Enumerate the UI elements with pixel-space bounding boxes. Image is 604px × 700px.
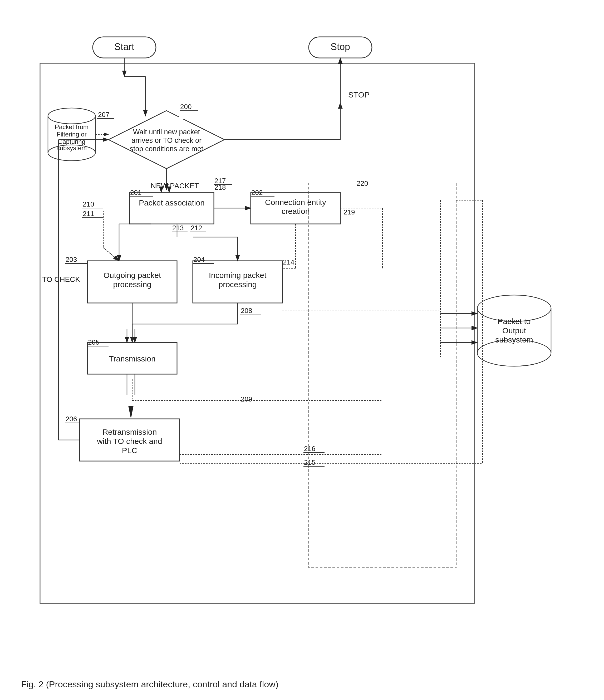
packet-to-line3: subsystem <box>495 335 533 344</box>
label-212: 212 <box>191 224 202 232</box>
label-209: 209 <box>241 395 252 403</box>
packet-assoc-line1: Packet association <box>139 198 204 207</box>
flowchart-svg: Start Stop STOP Wait until new packet ar… <box>19 16 585 648</box>
packet-from-line1: Packet from <box>54 123 88 130</box>
label-211: 211 <box>83 210 94 218</box>
packet-from-line3: Capturing <box>58 138 85 145</box>
retrans-line2: with TO check and <box>97 437 162 446</box>
incoming-line2: processing <box>218 280 256 289</box>
retrans-line1: Retransmission <box>102 428 157 436</box>
packet-from-line4: subsystem <box>56 144 87 151</box>
label-202: 202 <box>251 189 262 197</box>
label-204: 204 <box>193 255 205 264</box>
label-200: 200 <box>180 103 192 111</box>
start-label: Start <box>114 41 134 52</box>
incoming-line1: Incoming packet <box>209 271 266 279</box>
label-210: 210 <box>83 200 94 208</box>
connection-entity-line1: Connection entity <box>265 198 326 206</box>
outgoing-line1: Outgoing packet <box>103 271 161 279</box>
packet-to-line1: Packet to <box>498 317 530 326</box>
label-208: 208 <box>241 307 252 315</box>
label-201: 201 <box>130 189 142 197</box>
svg-line-48 <box>103 248 119 261</box>
page: Start Stop STOP Wait until new packet ar… <box>0 0 604 700</box>
stop-text: STOP <box>348 90 370 99</box>
to-check-label: TO CHECK <box>42 275 80 283</box>
label-220: 220 <box>357 179 368 187</box>
label-213: 213 <box>172 224 183 232</box>
label-216: 216 <box>304 445 315 453</box>
packet-to-line2: Output <box>502 326 526 335</box>
wait-line1: Wait until new packet <box>133 128 200 136</box>
svg-point-13 <box>48 108 95 124</box>
new-packet-label: NEW PACKET <box>151 182 199 190</box>
diagram: Start Stop STOP Wait until new packet ar… <box>19 16 585 648</box>
connection-entity-line2: creation <box>281 207 309 216</box>
stop-label: Stop <box>330 41 350 52</box>
label-214: 214 <box>283 258 294 266</box>
label-203: 203 <box>66 255 77 264</box>
label-218: 218 <box>215 183 226 191</box>
figure-caption: Fig. 2 (Processing subsystem architectur… <box>21 679 278 690</box>
transmission-label: Transmission <box>109 354 155 363</box>
svg-rect-3 <box>40 63 475 603</box>
outgoing-line2: processing <box>113 280 151 289</box>
svg-marker-67 <box>128 406 133 419</box>
label-215: 215 <box>304 458 315 466</box>
packet-from-line2: Filtering or <box>57 131 86 138</box>
svg-rect-22 <box>130 192 214 224</box>
label-207: 207 <box>98 111 109 119</box>
label-219: 219 <box>344 208 355 216</box>
wait-line2: arrives or TO check or <box>131 136 201 144</box>
label-206: 206 <box>66 415 77 423</box>
retrans-line3: PLC <box>122 446 137 455</box>
label-205: 205 <box>88 338 99 346</box>
wait-line3: stop conditions are met <box>130 145 203 153</box>
